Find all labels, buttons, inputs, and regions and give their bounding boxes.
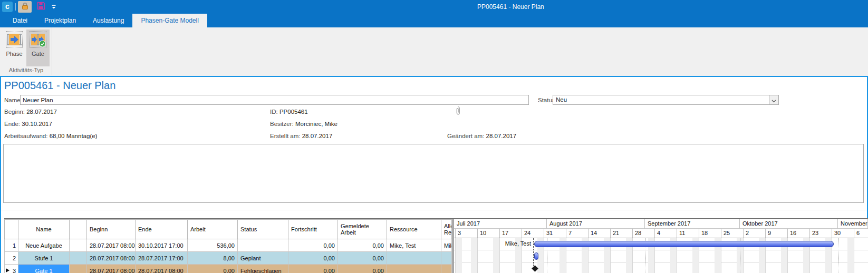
cell-indicator[interactable]	[70, 239, 87, 252]
plan-detail-panel: PP005461 - Neuer Plan Name Status Neu Be…	[0, 77, 868, 273]
col-header-num[interactable]	[5, 220, 18, 239]
gantt-day-tick: 18	[699, 229, 708, 238]
cell-fortschritt[interactable]: 0,00	[288, 265, 338, 273]
col-header-gemeldete-arbeit[interactable]: Gemeldete Arbeit	[338, 220, 387, 239]
gantt-day-tick: 7	[566, 229, 572, 238]
gantt-day-tick: 2	[743, 229, 749, 238]
col-header-ressource[interactable]: Ressource	[387, 220, 441, 239]
col-header-ende[interactable]: Ende	[136, 220, 188, 239]
cell-fortschritt[interactable]: 0,00	[288, 239, 338, 252]
cell-status[interactable]	[238, 239, 288, 252]
tab-phasen-gate-modell[interactable]: Phasen-Gate Modell	[132, 14, 207, 27]
name-label: Name	[4, 97, 21, 103]
gantt-day-tick: 10	[477, 229, 486, 238]
gantt-month: August 2017	[547, 219, 645, 229]
status-dropdown-button[interactable]	[769, 95, 778, 104]
ribbon-tab-bar: Datei Projektplan Auslastung Phasen-Gate…	[0, 14, 868, 27]
chevron-down-icon	[771, 95, 776, 105]
cell-status[interactable]: Geplant	[238, 252, 288, 265]
gantt-day-tick: 30	[832, 229, 841, 238]
cell-ressource[interactable]	[387, 265, 441, 273]
phase-icon	[6, 31, 23, 48]
besitzer-field: Besitzer: Morciniec, Mike	[270, 121, 337, 127]
phase-button-label: Phase	[6, 51, 22, 57]
tab-auslastung[interactable]: Auslastung	[84, 14, 132, 27]
gantt-month: September 2017	[645, 219, 740, 229]
gantt-day-tick: 3	[455, 229, 461, 238]
cell-arbeit[interactable]: 536,00	[188, 239, 238, 252]
cell-ressource[interactable]	[387, 252, 441, 265]
cell-beginn[interactable]: 28.07.2017 08:00	[87, 252, 136, 265]
task-grid-block: Name Beginn Ende Arbeit Status Fortschri…	[4, 218, 868, 273]
status-combobox[interactable]: Neu	[553, 95, 779, 105]
cell-gemeldete-arbeit[interactable]: 0,00	[338, 265, 387, 273]
col-header-status[interactable]: Status	[238, 220, 288, 239]
cell-status[interactable]: Fehlgeschlagen	[238, 265, 288, 273]
tab-datei[interactable]: Datei	[4, 14, 36, 27]
table-row: 3 Gate 1 28.07.2017 08:00 28.07.2017 08:…	[5, 265, 452, 273]
gantt-day-tick: 16	[787, 229, 796, 238]
gate-button[interactable]: Gate	[26, 30, 50, 66]
lock-button[interactable]	[18, 1, 32, 13]
cell-name[interactable]: Stufe 1	[18, 252, 70, 265]
save-icon	[37, 2, 45, 12]
tab-projektplan[interactable]: Projektplan	[36, 14, 84, 27]
gantt-month-header: Juli 2017 August 2017 September 2017 Okt…	[454, 219, 868, 229]
cell-arbeit[interactable]: 0,00	[188, 265, 238, 273]
cell-name-selected[interactable]: Gate 1	[18, 265, 70, 273]
gantt-day-tick: 23	[809, 229, 818, 238]
cell-arbeit[interactable]: 8,00	[188, 252, 238, 265]
gantt-month: November 2017	[838, 219, 868, 229]
cell-beginn[interactable]: 28.07.2017 08:00	[87, 265, 136, 273]
col-header-alle-ressourcen[interactable]: Alle Re	[441, 220, 452, 239]
cell-gemeldete-arbeit[interactable]: 0,00	[338, 239, 387, 252]
month-boundary-line	[838, 238, 838, 273]
col-header-name[interactable]: Name	[18, 220, 70, 239]
arbeitsaufwand-field: Arbeitsaufwand: 68,00 Manntag(e)	[4, 133, 97, 139]
customize-toolbar-button[interactable]	[50, 1, 58, 13]
cell-ressource[interactable]: Mike, Test	[387, 239, 441, 252]
cell-name[interactable]: Neue Aufgabe	[18, 239, 70, 252]
cell-alle-ressourcen[interactable]	[441, 252, 452, 265]
name-input[interactable]	[20, 95, 529, 105]
col-header-arbeit[interactable]: Arbeit	[188, 220, 238, 239]
cell-beginn[interactable]: 28.07.2017 08:00	[87, 239, 136, 252]
row-number[interactable]: 3	[5, 265, 18, 273]
gantt-task-bar-small[interactable]	[534, 252, 538, 260]
titlebar: c	[0, 0, 868, 14]
table-row: 1 Neue Aufgabe 28.07.2017 08:00 30.10.20…	[5, 239, 452, 252]
cell-gemeldete-arbeit[interactable]: 0,00	[338, 252, 387, 265]
cell-fortschritt[interactable]: 0,00	[288, 252, 338, 265]
col-header-fortschritt[interactable]: Fortschritt	[288, 220, 338, 239]
gantt-day-tick: 28	[632, 229, 641, 238]
cell-alle-ressourcen[interactable]	[441, 265, 452, 273]
erstellt-am-field: Erstellt am: 28.07.2017	[270, 133, 332, 139]
cell-ende[interactable]: 28.07.2017 08:00	[136, 265, 188, 273]
attachment-button[interactable]	[455, 106, 461, 118]
col-header-indicator[interactable]	[70, 220, 87, 239]
geaendert-am-field: Geändert am: 28.07.2017	[447, 133, 516, 139]
phase-button[interactable]: Phase	[3, 30, 25, 64]
cell-alle-ressourcen[interactable]: Mike, Test	[441, 239, 452, 252]
cell-indicator[interactable]	[70, 252, 87, 265]
cell-indicator[interactable]	[70, 265, 87, 273]
ribbon-group-label: Aktivitäts-Typ	[0, 67, 52, 73]
save-button[interactable]	[35, 1, 47, 13]
description-textarea[interactable]	[3, 144, 864, 203]
cell-ende[interactable]: 28.07.2017 17:00	[136, 252, 188, 265]
gantt-task-bar[interactable]	[534, 241, 834, 247]
current-row-arrow-icon	[6, 268, 9, 272]
id-field: ID: PP005461	[270, 109, 308, 115]
gantt-month: Juli 2017	[454, 219, 547, 229]
page-title: PP005461 - Neuer Plan	[4, 80, 115, 92]
lock-icon	[21, 2, 29, 12]
app-logo[interactable]: c	[2, 2, 13, 12]
cell-ende[interactable]: 30.10.2017 17:00	[136, 239, 188, 252]
row-number[interactable]: 1	[5, 239, 18, 252]
col-header-beginn[interactable]: Beginn	[87, 220, 136, 239]
row-number[interactable]: 2	[5, 252, 18, 265]
toolbar-separator	[15, 3, 16, 11]
paperclip-icon	[455, 109, 461, 118]
gantt-day-tick: 25	[721, 229, 730, 238]
table-header-row: Name Beginn Ende Arbeit Status Fortschri…	[5, 220, 452, 239]
